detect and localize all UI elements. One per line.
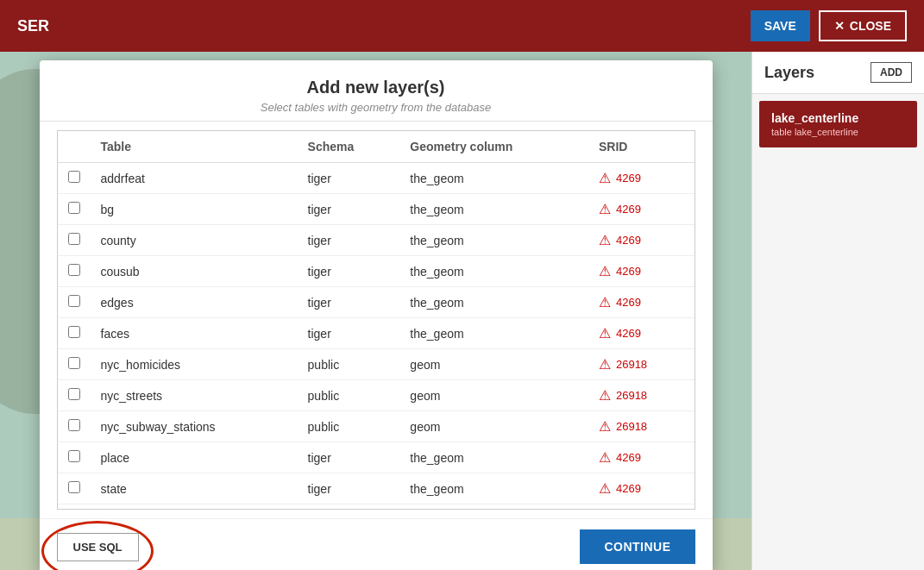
row-checkbox-cell[interactable] bbox=[58, 380, 91, 411]
table-row: addrfeat tiger the_geom ⚠ 4269 bbox=[58, 163, 695, 194]
row-geom-col: geom bbox=[399, 380, 588, 411]
row-schema: tiger bbox=[298, 442, 400, 473]
sidebar-layer-item[interactable]: lake_centerline table lake_centerline bbox=[759, 101, 917, 147]
table-body: addrfeat tiger the_geom ⚠ 4269 bg tiger … bbox=[58, 163, 695, 510]
table-row: faces tiger the_geom ⚠ 4269 bbox=[58, 318, 695, 349]
row-checkbox[interactable] bbox=[68, 388, 80, 400]
row-schema: tiger bbox=[298, 318, 400, 349]
app-title: SER bbox=[17, 17, 49, 35]
modal-body: Table Schema Geometry column SRID addrfe… bbox=[40, 122, 713, 518]
sidebar-title: Layers bbox=[764, 64, 814, 82]
row-checkbox-cell[interactable] bbox=[58, 504, 91, 510]
table-row: county tiger the_geom ⚠ 4269 bbox=[58, 225, 695, 256]
map-area[interactable]: Add new layer(s) Select tables with geom… bbox=[0, 52, 751, 570]
sidebar-header: Layers ADD bbox=[752, 52, 924, 94]
warning-icon: ⚠ bbox=[599, 325, 611, 341]
layers-table: Table Schema Geometry column SRID addrfe… bbox=[58, 131, 695, 510]
warning-icon: ⚠ bbox=[599, 356, 611, 373]
row-geom-col: the_geom bbox=[399, 287, 588, 318]
add-layer-modal: Add new layer(s) Select tables with geom… bbox=[40, 60, 713, 570]
row-schema: tiger bbox=[298, 504, 400, 510]
table-container[interactable]: Table Schema Geometry column SRID addrfe… bbox=[57, 130, 695, 510]
table-row: cousub tiger the_geom ⚠ 4269 bbox=[58, 256, 695, 287]
row-checkbox[interactable] bbox=[68, 202, 80, 214]
use-sql-wrapper: USE SQL bbox=[57, 533, 139, 561]
row-geom-col: geom bbox=[399, 349, 588, 380]
row-checkbox-cell[interactable] bbox=[58, 225, 91, 256]
close-x-icon: ✕ bbox=[834, 19, 845, 33]
srid-link[interactable]: 26918 bbox=[616, 358, 647, 371]
warning-icon: ⚠ bbox=[599, 170, 611, 186]
modal-subtitle: Select tables with geometry from the dat… bbox=[57, 101, 695, 114]
add-layer-button[interactable]: ADD bbox=[871, 62, 912, 83]
row-checkbox[interactable] bbox=[68, 419, 80, 431]
row-checkbox-cell[interactable] bbox=[58, 411, 91, 442]
warning-icon: ⚠ bbox=[599, 232, 611, 248]
row-table-name: place bbox=[91, 442, 298, 473]
row-srid: ⚠ 4269 bbox=[588, 163, 695, 194]
srid-link[interactable]: 4269 bbox=[616, 451, 641, 464]
row-checkbox-cell[interactable] bbox=[58, 473, 91, 504]
srid-link[interactable]: 4269 bbox=[616, 482, 641, 495]
row-table-name: state bbox=[91, 473, 298, 504]
row-checkbox-cell[interactable] bbox=[58, 349, 91, 380]
row-srid: ⚠ 4269 bbox=[588, 256, 695, 287]
row-table-name: edges bbox=[91, 287, 298, 318]
srid-link[interactable]: 4269 bbox=[616, 265, 641, 278]
sidebar-layers: lake_centerline table lake_centerline bbox=[752, 94, 924, 154]
modal-header: Add new layer(s) Select tables with geom… bbox=[40, 60, 713, 122]
table-row: nyc_homicides public geom ⚠ 26918 bbox=[58, 349, 695, 380]
table-row: state tiger the_geom ⚠ 4269 bbox=[58, 473, 695, 504]
row-srid: ⚠ 4269 bbox=[588, 318, 695, 349]
row-checkbox-cell[interactable] bbox=[58, 442, 91, 473]
srid-link[interactable]: 26918 bbox=[616, 420, 647, 433]
modal-title: Add new layer(s) bbox=[57, 78, 695, 97]
row-checkbox-cell[interactable] bbox=[58, 163, 91, 194]
table-row: tabblock tiger the_geom ⚠ 4269 bbox=[58, 504, 695, 510]
modal-footer: USE SQL CONTINUE bbox=[40, 518, 713, 570]
row-schema: tiger bbox=[298, 194, 400, 225]
srid-link[interactable]: 4269 bbox=[616, 234, 641, 247]
row-table-name: cousub bbox=[91, 256, 298, 287]
row-checkbox[interactable] bbox=[68, 295, 80, 307]
row-srid: ⚠ 26918 bbox=[588, 411, 695, 442]
row-table-name: nyc_subway_stations bbox=[91, 411, 298, 442]
top-bar: SER SAVE ✕ CLOSE bbox=[0, 0, 924, 52]
row-table-name: addrfeat bbox=[91, 163, 298, 194]
srid-link[interactable]: 4269 bbox=[616, 327, 641, 340]
use-sql-button[interactable]: USE SQL bbox=[57, 533, 139, 561]
row-table-name: county bbox=[91, 225, 298, 256]
row-checkbox-cell[interactable] bbox=[58, 318, 91, 349]
close-button[interactable]: ✕ CLOSE bbox=[819, 10, 907, 41]
warning-icon: ⚠ bbox=[599, 387, 611, 404]
col-checkbox bbox=[58, 131, 91, 163]
row-checkbox[interactable] bbox=[68, 233, 80, 245]
row-checkbox[interactable] bbox=[68, 264, 80, 276]
row-checkbox-cell[interactable] bbox=[58, 256, 91, 287]
row-checkbox-cell[interactable] bbox=[58, 194, 91, 225]
row-checkbox[interactable] bbox=[68, 357, 80, 369]
row-geom-col: the_geom bbox=[399, 442, 588, 473]
continue-button[interactable]: CONTINUE bbox=[580, 529, 695, 564]
row-checkbox[interactable] bbox=[68, 171, 80, 183]
srid-link[interactable]: 4269 bbox=[616, 203, 641, 216]
row-checkbox-cell[interactable] bbox=[58, 287, 91, 318]
layer-name: lake_centerline bbox=[771, 111, 905, 125]
col-geom: Geometry column bbox=[399, 131, 588, 163]
row-geom-col: the_geom bbox=[399, 504, 588, 510]
warning-icon: ⚠ bbox=[599, 449, 611, 466]
row-geom-col: the_geom bbox=[399, 194, 588, 225]
row-geom-col: the_geom bbox=[399, 318, 588, 349]
srid-link[interactable]: 4269 bbox=[616, 172, 641, 185]
row-srid: ⚠ 4269 bbox=[588, 473, 695, 504]
srid-link[interactable]: 26918 bbox=[616, 389, 647, 402]
right-sidebar: Layers ADD lake_centerline table lake_ce… bbox=[751, 52, 924, 570]
srid-link[interactable]: 4269 bbox=[616, 296, 641, 309]
row-schema: public bbox=[298, 411, 400, 442]
row-srid: ⚠ 4269 bbox=[588, 442, 695, 473]
save-button[interactable]: SAVE bbox=[751, 10, 810, 41]
row-checkbox[interactable] bbox=[68, 326, 80, 338]
row-schema: tiger bbox=[298, 473, 400, 504]
row-checkbox[interactable] bbox=[68, 481, 80, 493]
row-checkbox[interactable] bbox=[68, 450, 80, 462]
